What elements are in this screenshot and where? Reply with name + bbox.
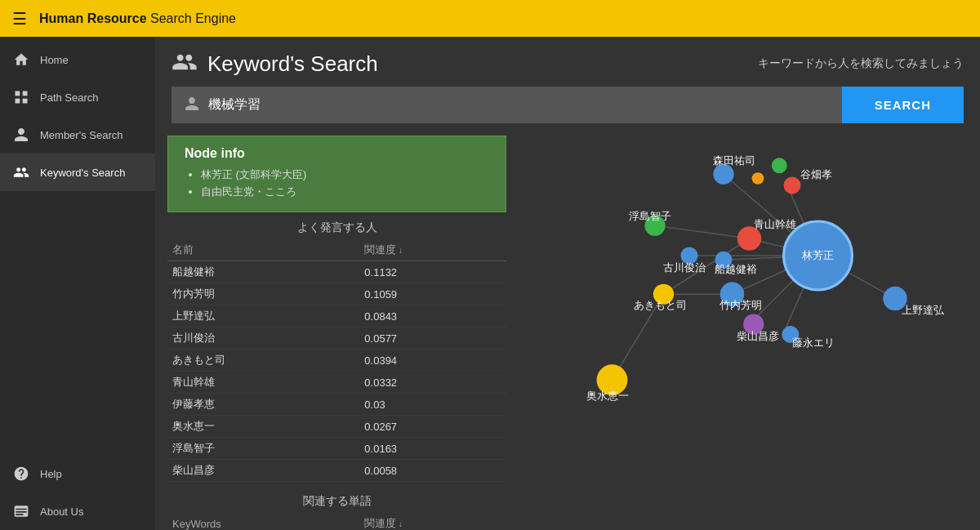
- col-relevance-header-2[interactable]: 関連度: [359, 513, 506, 530]
- col-relevance-header[interactable]: 関連度: [359, 239, 506, 261]
- sidebar-item-path-search[interactable]: Path Search: [0, 78, 155, 116]
- graph-edges: [612, 174, 896, 380]
- sidebar-item-members-search[interactable]: Member's Search: [0, 116, 155, 154]
- sidebar-label-home: Home: [40, 54, 69, 66]
- graph-panel: 林芳正 森田祐司 谷畑孝 浮島智子 青山幹雄: [519, 136, 980, 530]
- page-subtitle: キーワードから人を検索してみましょう: [758, 56, 964, 71]
- node-label-aoyama: 青山幹雄: [754, 219, 796, 230]
- frequent-speakers-body: 船越健裕0.1132竹内芳明0.1059上野達弘0.0843古川俊治0.0577…: [167, 261, 506, 482]
- node-label-takeuchi: 竹内芳明: [719, 300, 762, 311]
- col-name-header: 名前: [167, 239, 359, 261]
- node-tanihata[interactable]: [784, 176, 801, 194]
- node-morita[interactable]: [713, 164, 733, 185]
- related-words-title: 関連する単語: [167, 494, 506, 509]
- node-label-funakoshi: 船越健裕: [715, 264, 758, 275]
- node-small-green[interactable]: [772, 158, 787, 173]
- svg-rect-1: [23, 91, 28, 96]
- search-bar: SEARCH: [172, 87, 964, 123]
- related-words-table: KeyWords 関連度 国防省0.5635戦略的利益0.5525手術0.544…: [167, 513, 506, 530]
- sidebar-item-keywords-search[interactable]: Keyword's Search: [0, 154, 155, 191]
- col-keywords-header: KeyWords: [167, 513, 359, 530]
- sidebar-item-about[interactable]: About Us: [0, 492, 155, 530]
- app-title: Human Resource Search Engine: [39, 11, 236, 26]
- home-icon: [12, 51, 30, 69]
- main-layout: Home Path Search Member's Search Keyword…: [0, 37, 980, 530]
- table-row[interactable]: 青山幹雄0.0332: [167, 372, 506, 394]
- sidebar-item-help[interactable]: Help: [0, 455, 155, 492]
- table-row[interactable]: 古川俊治0.0577: [167, 327, 506, 350]
- menu-icon[interactable]: ☰: [12, 9, 27, 29]
- svg-rect-3: [23, 99, 28, 104]
- sidebar-label-help: Help: [40, 468, 62, 480]
- node-label-morita: 森田祐司: [713, 155, 755, 167]
- page-header: Keyword's Search キーワードから人を検索してみましょう: [155, 37, 980, 87]
- about-icon: [12, 502, 30, 520]
- person-icon: [184, 96, 200, 115]
- help-icon: [12, 465, 30, 483]
- content-area: Keyword's Search キーワードから人を検索してみましょう SEAR…: [155, 37, 980, 530]
- graph-svg: 林芳正 森田祐司 谷畑孝 浮島智子 青山幹雄: [519, 136, 980, 530]
- sidebar-item-home[interactable]: Home: [0, 41, 155, 78]
- sidebar-label-path-search: Path Search: [40, 91, 99, 104]
- node-label-ukishima: 浮島智子: [630, 211, 672, 222]
- table-row[interactable]: 柴山昌彦0.0058: [167, 460, 506, 482]
- node-info-list: 林芳正 (文部科学大臣) 自由民主党・こころ: [185, 167, 489, 199]
- node-label-tanihata: 谷畑孝: [801, 170, 833, 181]
- table-row[interactable]: 伊藤孝恵0.03: [167, 394, 506, 416]
- sidebar-label-keywords-search: Keyword's Search: [40, 167, 125, 179]
- node-label-hayashi: 林芳正: [801, 250, 834, 261]
- svg-line-13: [655, 225, 750, 238]
- left-panel: Node info 林芳正 (文部科学大臣) 自由民主党・こころ よく発言する人…: [155, 136, 519, 530]
- node-label-okumizu: 奥水恵一: [586, 390, 629, 402]
- app-title-bold: Human Resource: [39, 11, 147, 25]
- node-label-shibayama: 柴山昌彦: [737, 330, 779, 342]
- node-label-akimoto: あきもと司: [634, 300, 687, 311]
- sidebar-label-about: About Us: [40, 506, 83, 518]
- sidebar: Home Path Search Member's Search Keyword…: [0, 37, 155, 530]
- node-info-title: Node info: [185, 146, 489, 161]
- node-info-panel: Node info 林芳正 (文部科学大臣) 自由民主党・こころ: [167, 136, 506, 212]
- two-col-layout: Node info 林芳正 (文部科学大臣) 自由民主党・こころ よく発言する人…: [155, 136, 980, 530]
- frequent-speakers-title: よく発言する人: [167, 220, 506, 235]
- frequent-speakers-table: 名前 関連度 船越健裕0.1132竹内芳明0.1059上野達弘0.0843古川俊…: [167, 239, 506, 482]
- page-title: Keyword's Search: [207, 51, 378, 77]
- node-info-item-1: 自由民主党・こころ: [201, 185, 489, 199]
- search-input-wrapper: [172, 87, 842, 123]
- svg-rect-2: [16, 99, 20, 104]
- keywords-search-page-icon: [172, 49, 198, 78]
- app-header: ☰ Human Resource Search Engine: [0, 0, 980, 37]
- node-small-orange[interactable]: [752, 172, 764, 185]
- table-row[interactable]: 船越健裕0.1132: [167, 261, 506, 283]
- table-row[interactable]: 奥水恵一0.0267: [167, 416, 506, 438]
- search-button[interactable]: SEARCH: [842, 87, 964, 123]
- table-row[interactable]: 上野達弘0.0843: [167, 305, 506, 327]
- sidebar-label-members-search: Member's Search: [40, 129, 122, 141]
- app-title-normal: Search Engine: [147, 11, 236, 25]
- table-row[interactable]: あきもと司0.0394: [167, 350, 506, 372]
- path-search-icon: [12, 88, 30, 106]
- keywords-search-icon: [12, 163, 30, 181]
- search-input[interactable]: [208, 98, 830, 113]
- node-label-furukawa: 古川俊治: [664, 262, 706, 274]
- svg-rect-0: [16, 91, 20, 96]
- table-row[interactable]: 竹内芳明0.1059: [167, 283, 506, 305]
- node-info-item-0: 林芳正 (文部科学大臣): [201, 167, 489, 182]
- node-label-fujinaga: 藤永エリ: [792, 336, 835, 349]
- page-title-group: Keyword's Search: [172, 49, 378, 78]
- table-row[interactable]: 浮島智子0.0163: [167, 438, 506, 460]
- node-label-ueno: 上野達弘: [902, 305, 945, 316]
- members-search-icon: [12, 126, 30, 144]
